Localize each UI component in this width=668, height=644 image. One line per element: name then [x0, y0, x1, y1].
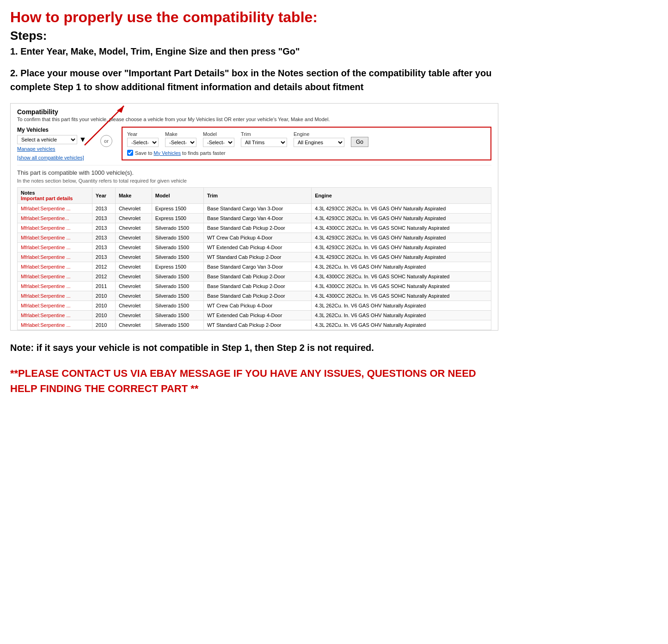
- cell-model: Express 1500: [152, 204, 203, 214]
- cell-year: 2013: [92, 204, 115, 214]
- cell-engine: 4.3L 4293CC 262Cu. In. V6 GAS OHV Natura…: [312, 243, 491, 252]
- ymm-section: Year -Select- Make -Select- Model -Selec…: [122, 127, 491, 160]
- cell-engine: 4.3L 4300CC 262Cu. In. V6 GAS SOHC Natur…: [312, 272, 491, 282]
- cell-notes: Mfrlabel:Serpentine...: [18, 214, 92, 223]
- table-row: Mfrlabel:Serpentine...2013ChevroletExpre…: [18, 214, 491, 223]
- cell-notes: Mfrlabel:Serpentine ...: [18, 252, 92, 262]
- cell-year: 2010: [92, 291, 115, 301]
- or-divider: or: [100, 135, 112, 147]
- cell-notes: Mfrlabel:Serpentine ...: [18, 204, 92, 214]
- step1-text: 1. Enter Year, Make, Model, Trim, Engine…: [10, 45, 498, 58]
- save-vehicles-checkbox[interactable]: [127, 150, 133, 156]
- cell-year: 2011: [92, 282, 115, 291]
- steps-heading: Steps:: [10, 29, 498, 43]
- cell-year: 2010: [92, 311, 115, 320]
- table-row: Mfrlabel:Serpentine ...2010ChevroletSilv…: [18, 291, 491, 301]
- main-title: How to properly use the compatibility ta…: [10, 8, 498, 26]
- cell-model: Silverado 1500: [152, 233, 203, 243]
- cell-engine: 4.3L 4300CC 262Cu. In. V6 GAS SOHC Natur…: [312, 291, 491, 301]
- cell-make: Chevrolet: [115, 214, 152, 223]
- trim-label: Trim: [241, 131, 287, 137]
- table-row: Mfrlabel:Serpentine ...2011ChevroletSilv…: [18, 282, 491, 291]
- cell-model: Silverado 1500: [152, 291, 203, 301]
- cell-model: Silverado 1500: [152, 252, 203, 262]
- cell-make: Chevrolet: [115, 291, 152, 301]
- engine-select[interactable]: All Engines: [294, 138, 344, 147]
- cell-year: 2012: [92, 262, 115, 272]
- year-select[interactable]: -Select-: [127, 138, 159, 147]
- cell-notes: Mfrlabel:Serpentine ...: [18, 291, 92, 301]
- cell-model: Silverado 1500: [152, 272, 203, 282]
- cell-model: Silverado 1500: [152, 311, 203, 320]
- cell-trim: WT Crew Cab Pickup 4-Door: [203, 301, 311, 311]
- go-button[interactable]: Go: [351, 137, 368, 147]
- cell-engine: 4.3L 4293CC 262Cu. In. V6 GAS OHV Natura…: [312, 204, 491, 214]
- contact-text: **PLEASE CONTACT US VIA EBAY MESSAGE IF …: [10, 366, 498, 396]
- manage-vehicles-link[interactable]: Manage vehicles: [17, 146, 91, 152]
- table-row: Mfrlabel:Serpentine ...2012ChevroletExpr…: [18, 262, 491, 272]
- cell-year: 2013: [92, 214, 115, 223]
- cell-trim: Base Standard Cab Pickup 2-Door: [203, 282, 311, 291]
- compatibility-section: Compatibility To confirm that this part …: [10, 103, 498, 331]
- vehicle-select[interactable]: Select a vehicle: [17, 135, 77, 144]
- compatible-count: This part is compatible with 1000 vehicl…: [17, 165, 491, 178]
- col-notes: Notes Important part details: [18, 188, 92, 204]
- step2-text: 2. Place your mouse over "Important Part…: [10, 66, 498, 94]
- table-row: Mfrlabel:Serpentine ...2012ChevroletSilv…: [18, 272, 491, 282]
- cell-make: Chevrolet: [115, 252, 152, 262]
- table-row: Mfrlabel:Serpentine ...2013ChevroletSilv…: [18, 252, 491, 262]
- cell-make: Chevrolet: [115, 272, 152, 282]
- cell-make: Chevrolet: [115, 262, 152, 272]
- cell-notes: Mfrlabel:Serpentine ...: [18, 223, 92, 233]
- cell-model: Silverado 1500: [152, 282, 203, 291]
- make-select[interactable]: -Select-: [165, 138, 196, 147]
- make-label: Make: [165, 131, 196, 137]
- cell-engine: 4.3L 262Cu. In. V6 GAS OHV Naturally Asp…: [312, 311, 491, 320]
- col-engine: Engine: [312, 188, 491, 204]
- show-all-link[interactable]: [show all compatible vehicles]: [17, 155, 84, 160]
- cell-trim: Base Standard Cab Pickup 2-Door: [203, 272, 311, 282]
- cell-year: 2013: [92, 233, 115, 243]
- cell-notes: Mfrlabel:Serpentine ...: [18, 243, 92, 252]
- cell-model: Silverado 1500: [152, 243, 203, 252]
- col-year: Year: [92, 188, 115, 204]
- cell-year: 2012: [92, 272, 115, 282]
- compat-title: Compatibility: [17, 108, 491, 116]
- cell-engine: 4.3L 262Cu. In. V6 GAS OHV Naturally Asp…: [312, 320, 491, 330]
- compatibility-table: Notes Important part details Year Make M…: [17, 187, 491, 330]
- cell-trim: WT Extended Cab Pickup 4-Door: [203, 311, 311, 320]
- table-row: Mfrlabel:Serpentine ...2013ChevroletExpr…: [18, 204, 491, 214]
- table-row: Mfrlabel:Serpentine ...2013ChevroletSilv…: [18, 233, 491, 243]
- save-vehicles-label: Save to My Vehicles to finds parts faste…: [135, 150, 226, 156]
- trim-select[interactable]: All Trims: [241, 138, 287, 147]
- cell-model: Express 1500: [152, 262, 203, 272]
- cell-make: Chevrolet: [115, 282, 152, 291]
- quantity-note: In the notes section below, Quantity ref…: [17, 178, 491, 187]
- cell-make: Chevrolet: [115, 311, 152, 320]
- cell-make: Chevrolet: [115, 233, 152, 243]
- cell-notes: Mfrlabel:Serpentine ...: [18, 272, 92, 282]
- cell-trim: Base Standard Cargo Van 3-Door: [203, 204, 311, 214]
- engine-label: Engine: [294, 131, 344, 137]
- table-row: Mfrlabel:Serpentine ...2010ChevroletSilv…: [18, 320, 491, 330]
- model-label: Model: [203, 131, 234, 137]
- cell-notes: Mfrlabel:Serpentine ...: [18, 233, 92, 243]
- cell-engine: 4.3L 262Cu. In. V6 GAS OHV Naturally Asp…: [312, 262, 491, 272]
- cell-engine: 4.3L 4293CC 262Cu. In. V6 GAS OHV Natura…: [312, 252, 491, 262]
- cell-year: 2013: [92, 243, 115, 252]
- cell-trim: Base Standard Cab Pickup 2-Door: [203, 291, 311, 301]
- model-select[interactable]: -Select-: [203, 138, 234, 147]
- year-label: Year: [127, 131, 159, 137]
- compat-subtitle: To confirm that this part fits your vehi…: [17, 117, 491, 122]
- my-vehicles-section: My Vehicles Select a vehicle ▼ Manage ve…: [17, 127, 91, 161]
- cell-trim: WT Standard Cab Pickup 2-Door: [203, 320, 311, 330]
- my-vehicles-label: My Vehicles: [17, 127, 91, 133]
- cell-year: 2013: [92, 223, 115, 233]
- table-row: Mfrlabel:Serpentine ...2013ChevroletSilv…: [18, 223, 491, 233]
- cell-notes: Mfrlabel:Serpentine ...: [18, 262, 92, 272]
- cell-engine: 4.3L 262Cu. In. V6 GAS OHV Naturally Asp…: [312, 301, 491, 311]
- cell-engine: 4.3L 4293CC 262Cu. In. V6 GAS OHV Natura…: [312, 233, 491, 243]
- cell-make: Chevrolet: [115, 301, 152, 311]
- table-row: Mfrlabel:Serpentine ...2010ChevroletSilv…: [18, 311, 491, 320]
- cell-notes: Mfrlabel:Serpentine ...: [18, 282, 92, 291]
